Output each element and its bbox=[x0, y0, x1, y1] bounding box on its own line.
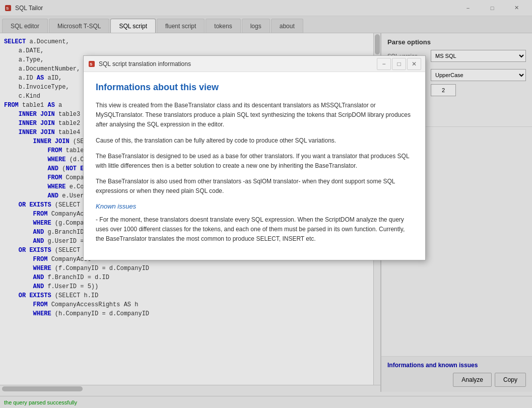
dialog-para-2: Cause of this, the translation can be fu… bbox=[96, 136, 413, 146]
svg-text:S: S bbox=[90, 62, 93, 66]
dialog-app-icon: S bbox=[88, 60, 96, 68]
dialog-para-3: The BaseTranslator is designed to be use… bbox=[96, 152, 413, 171]
known-issues-label[interactable]: Known issues bbox=[96, 202, 413, 210]
known-issues-text: - For the monent, these translators does… bbox=[96, 215, 413, 244]
dialog-title-left: S SQL script translation informations bbox=[88, 60, 191, 68]
dialog-minimize-button[interactable]: − bbox=[377, 58, 391, 70]
dialog-title: SQL script translation informations bbox=[99, 60, 191, 67]
dialog-heading: Informations about this view bbox=[96, 82, 413, 93]
dialog: S SQL script translation informations − … bbox=[83, 55, 426, 260]
dialog-para-4: The BaseTranslator is also used from oth… bbox=[96, 177, 413, 196]
dialog-titlebar: S SQL script translation informations − … bbox=[84, 56, 425, 72]
dialog-para-1: This view is created from the BaseTransl… bbox=[96, 101, 413, 130]
dialog-content: Informations about this view This view i… bbox=[84, 72, 425, 260]
dialog-maximize-button[interactable]: □ bbox=[392, 58, 406, 70]
dialog-close-button[interactable]: ✕ bbox=[407, 58, 421, 70]
dialog-controls: − □ ✕ bbox=[377, 58, 421, 70]
dialog-overlay: S SQL script translation informations − … bbox=[0, 0, 532, 408]
